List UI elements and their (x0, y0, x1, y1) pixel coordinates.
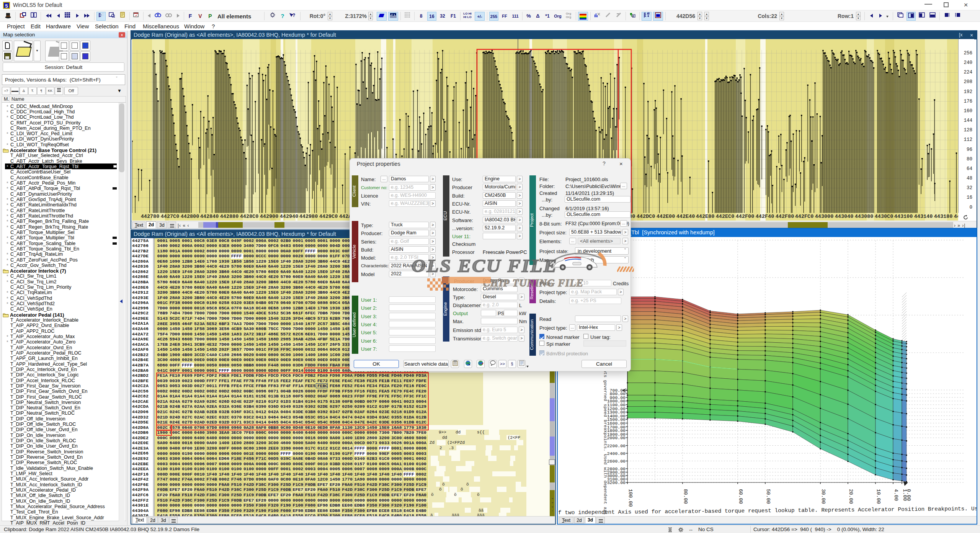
svg-text:50.00: 50.00 (765, 489, 771, 504)
svg-text:442840: 442840 (200, 214, 219, 219)
svg-text:2400.00: 2400.00 (607, 451, 626, 456)
svg-text:ents governed speed breakpoint: ents governed speed breakpoints. Used wi… (603, 367, 608, 515)
svg-text:?: ? (292, 13, 295, 18)
svg-text:442E00: 442E00 (657, 214, 675, 219)
svg-text:443140: 443140 (914, 214, 933, 219)
svg-text:4429C0: 4429C0 (319, 214, 338, 219)
svg-text:f two independent Axis used fo: f two independent Axis used for accelera… (558, 505, 977, 515)
svg-text:3200.00: 3200.00 (607, 480, 626, 485)
svg-text:4.00: 4.00 (893, 489, 899, 501)
svg-text:60.00: 60.00 (738, 489, 743, 504)
svg-text:442F80: 442F80 (776, 214, 794, 219)
svg-text:30.00: 30.00 (820, 489, 826, 504)
svg-text:2000.00: 2000.00 (607, 435, 626, 440)
svg-text:F: F (633, 15, 635, 18)
svg-text:442DC0: 442DC0 (637, 214, 655, 219)
svg-text:442EC0: 442EC0 (716, 214, 735, 219)
svg-text:442E80: 442E80 (696, 214, 715, 219)
svg-text:442900: 442900 (260, 214, 279, 219)
svg-text:442F40: 442F40 (756, 214, 774, 219)
svg-text:442880: 442880 (220, 214, 239, 219)
svg-text:4427C0: 4427C0 (161, 214, 180, 219)
svg-text:4430C0: 4430C0 (875, 214, 893, 219)
svg-text:10.00: 10.00 (875, 489, 881, 504)
svg-text:442F00: 442F00 (736, 214, 755, 219)
svg-text:442E40: 442E40 (676, 214, 695, 219)
svg-text:0.00: 0.00 (906, 489, 911, 501)
svg-text:100.00: 100.00 (627, 489, 633, 507)
svg-text:4431C0: 4431C0 (954, 214, 958, 219)
svg-text:442980: 442980 (299, 214, 318, 219)
svg-text:2600.00: 2600.00 (607, 459, 626, 464)
svg-text:443080: 443080 (855, 214, 874, 219)
svg-text:443100: 443100 (894, 214, 913, 219)
svg-text:443040: 443040 (835, 214, 854, 219)
svg-text:4428C0: 4428C0 (240, 214, 259, 219)
svg-text:443000: 443000 (815, 214, 834, 219)
svg-text:442780: 442780 (141, 214, 160, 219)
svg-text:2200.00: 2200.00 (607, 443, 626, 448)
svg-text:442FC0: 442FC0 (795, 214, 814, 219)
svg-text:80.00: 80.00 (683, 489, 688, 504)
svg-text:442940: 442940 (280, 214, 299, 219)
svg-text:443180: 443180 (934, 214, 953, 219)
svg-text:442800: 442800 (181, 214, 199, 219)
svg-text:20.00: 20.00 (848, 489, 854, 504)
